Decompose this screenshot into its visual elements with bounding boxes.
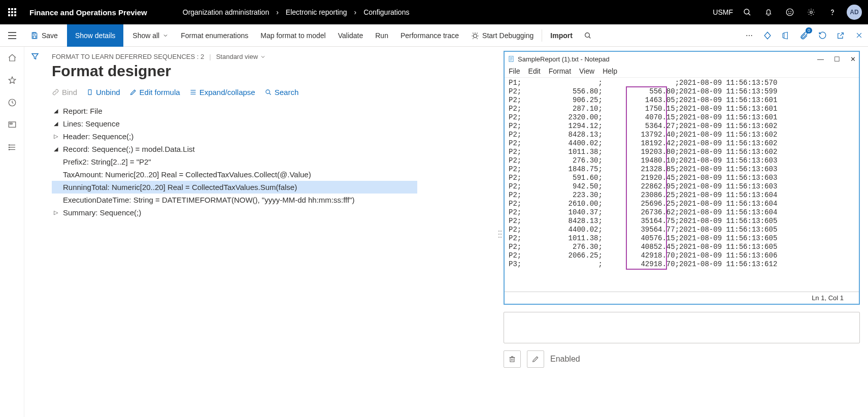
maximize-icon[interactable]: ☐ xyxy=(834,55,840,63)
workspace-icon[interactable] xyxy=(3,117,22,133)
diamond-icon[interactable] xyxy=(758,24,777,47)
page-caption: FORMAT TO LEARN DEFERRED SEQUENCES : 2 xyxy=(52,53,204,60)
svg-point-31 xyxy=(498,231,499,232)
validate-button[interactable]: Validate xyxy=(332,24,370,47)
chevron-down-icon xyxy=(162,33,169,39)
chevron-right-icon: › xyxy=(354,8,356,16)
expand-icon[interactable]: ▷ xyxy=(52,133,60,141)
more-icon[interactable]: ⋯ xyxy=(740,24,758,47)
designer-pane: FORMAT TO LEARN DEFERRED SEQUENCES : 2 |… xyxy=(46,51,496,417)
designer-toolbar: Bind Unbind Edit formula Expand/collapse xyxy=(52,85,496,103)
collapse-icon[interactable]: ◢ xyxy=(52,107,60,115)
format-enumerations-button[interactable]: Format enumerations xyxy=(175,24,254,47)
expand-icon[interactable]: ▷ xyxy=(52,209,60,217)
svg-point-32 xyxy=(500,231,502,232)
save-button[interactable]: Save xyxy=(24,24,64,47)
menu-format[interactable]: Format xyxy=(549,67,571,75)
modules-icon[interactable] xyxy=(3,139,22,155)
popout-icon[interactable] xyxy=(831,24,850,47)
standard-view-button[interactable]: Standard view xyxy=(216,53,266,60)
tree-node-lines[interactable]: ◢Lines: Sequence xyxy=(52,117,417,130)
filter-icon[interactable] xyxy=(30,52,40,417)
recent-icon[interactable] xyxy=(3,94,22,111)
tree-node-prefix2[interactable]: ·Prefix2: String[2..2] = "P2" xyxy=(52,155,417,168)
svg-rect-10 xyxy=(33,33,35,34)
run-button[interactable]: Run xyxy=(369,24,394,47)
highlight-box xyxy=(626,86,667,270)
notepad-body[interactable]: P1; ; ;2021-08-09 11:56:13:570 P2; 556.8… xyxy=(505,78,859,292)
unbind-button[interactable]: Unbind xyxy=(86,88,120,97)
svg-point-33 xyxy=(498,234,499,235)
tree-node-report[interactable]: ◢Report: File xyxy=(52,105,417,117)
help-icon[interactable] xyxy=(822,0,843,24)
close-window-icon[interactable]: ✕ xyxy=(850,55,856,63)
breadcrumb-item[interactable]: Organization administration xyxy=(183,8,269,16)
show-details-button[interactable]: Show details xyxy=(67,24,123,47)
svg-point-29 xyxy=(266,90,270,94)
delete-button[interactable] xyxy=(504,350,521,368)
menu-file[interactable]: File xyxy=(509,67,520,75)
tree-node-taxamount[interactable]: ·TaxAmount: Numeric[20..20] Real = Colle… xyxy=(52,168,417,181)
tree-node-header[interactable]: ▷Header: Sequence(;) xyxy=(52,130,417,143)
tree-node-runningtotal[interactable]: ·RunningTotal: Numeric[20..20] Real = Co… xyxy=(52,181,417,194)
app-launcher-icon[interactable] xyxy=(0,0,24,24)
left-rail xyxy=(0,47,24,417)
search-tree-button[interactable]: Search xyxy=(264,88,299,97)
breadcrumb-item[interactable]: Configurations xyxy=(363,8,409,16)
app-title: Finance and Operations Preview xyxy=(24,8,157,17)
menu-view[interactable]: View xyxy=(579,67,594,75)
save-label: Save xyxy=(42,31,58,40)
minimize-icon[interactable]: — xyxy=(817,55,824,63)
avatar[interactable]: AD xyxy=(847,5,862,20)
search-action-icon[interactable] xyxy=(579,24,597,47)
notepad-title: SampleReport (1).txt - Notepad xyxy=(518,55,610,63)
breadcrumb-item[interactable]: Electronic reporting xyxy=(286,8,347,16)
import-button[interactable]: Import xyxy=(544,24,579,47)
company-code[interactable]: USMF xyxy=(710,8,736,16)
chevron-right-icon: › xyxy=(276,8,279,16)
expand-collapse-button[interactable]: Expand/collapse xyxy=(189,88,255,97)
tree-node-summary[interactable]: ▷Summary: Sequence(;) xyxy=(52,206,417,219)
svg-point-5 xyxy=(810,11,813,14)
refresh-icon[interactable] xyxy=(813,24,831,47)
edit-formula-button[interactable]: Edit formula xyxy=(129,88,180,97)
bell-icon[interactable] xyxy=(758,0,779,24)
tree-node-record[interactable]: ◢Record: Sequence(;) = model.Data.List xyxy=(52,143,417,155)
star-icon[interactable] xyxy=(3,72,22,88)
breadcrumb: Organization administration › Electronic… xyxy=(157,8,410,16)
menu-help[interactable]: Help xyxy=(603,67,617,75)
tree-node-executiondatetime[interactable]: ·ExecutionDateTime: String = DATETIMEFOR… xyxy=(52,194,417,206)
svg-rect-11 xyxy=(33,36,36,38)
page-title: Format designer xyxy=(52,60,496,85)
attachments-icon[interactable]: 0 xyxy=(795,24,813,47)
bind-button[interactable]: Bind xyxy=(52,88,77,97)
close-icon[interactable] xyxy=(850,24,868,47)
smile-icon[interactable] xyxy=(780,0,800,24)
performance-trace-button[interactable]: Performance trace xyxy=(394,24,465,47)
svg-point-3 xyxy=(788,11,789,12)
separator xyxy=(542,29,542,42)
home-icon[interactable] xyxy=(3,50,22,66)
splitter-handle[interactable] xyxy=(496,51,504,417)
map-format-button[interactable]: Map format to model xyxy=(254,24,331,47)
notepad-window: SampleReport (1).txt - Notepad — ☐ ✕ Fil… xyxy=(504,51,860,305)
menu-edit[interactable]: Edit xyxy=(528,67,541,75)
svg-point-35 xyxy=(498,237,499,238)
show-all-button[interactable]: Show all xyxy=(126,24,175,47)
gear-icon[interactable] xyxy=(801,0,821,24)
start-debugging-button[interactable]: Start Debugging xyxy=(465,24,540,47)
office-icon[interactable] xyxy=(777,24,795,47)
svg-rect-18 xyxy=(9,122,16,127)
collapse-icon[interactable]: ◢ xyxy=(52,145,60,153)
edit-button[interactable] xyxy=(527,350,544,368)
svg-point-2 xyxy=(786,9,793,16)
show-all-label: Show all xyxy=(132,31,159,40)
format-tree: ◢Report: File ◢Lines: Sequence ▷Header: … xyxy=(52,103,417,219)
menu-icon[interactable] xyxy=(0,24,24,47)
collapse-icon[interactable]: ◢ xyxy=(52,120,60,128)
notepad-menu: File Edit Format View Help xyxy=(505,66,859,78)
svg-line-1 xyxy=(748,13,750,15)
search-icon[interactable] xyxy=(737,0,757,24)
description-textarea[interactable] xyxy=(504,312,860,343)
notepad-icon xyxy=(508,55,515,62)
